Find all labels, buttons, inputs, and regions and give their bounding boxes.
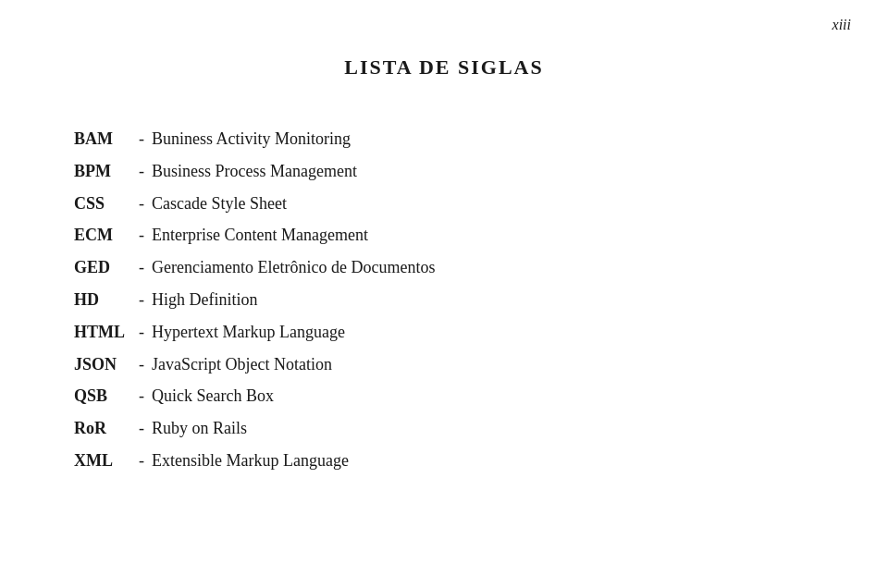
acronym-key: JSON — [74, 351, 139, 378]
acronym-dash: - — [139, 222, 144, 249]
acronym-dash: - — [139, 415, 144, 442]
acronym-definition: Cascade Style Sheet — [152, 190, 287, 217]
page-number: xiii — [832, 17, 851, 33]
acronym-key: HTML — [74, 319, 139, 346]
acronym-key: GED — [74, 254, 139, 281]
list-item: XML- Extensible Markup Language — [74, 447, 888, 474]
acronym-key: RoR — [74, 415, 139, 442]
acronym-definition: Gerenciamento Eletrônico de Documentos — [152, 254, 435, 281]
acronym-definition: JavaScript Object Notation — [152, 351, 332, 378]
page-title: LISTA DE SIGLAS — [0, 55, 888, 80]
acronym-definition: Hypertext Markup Language — [152, 319, 345, 346]
acronym-key: XML — [74, 447, 139, 474]
acronym-key: ECM — [74, 222, 139, 249]
acronym-dash: - — [139, 287, 144, 313]
list-item: QSB- Quick Search Box — [74, 383, 888, 410]
acronym-dash: - — [139, 351, 144, 378]
acronym-dash: - — [139, 383, 144, 410]
list-item: HTML- Hypertext Markup Language — [74, 319, 888, 346]
list-item: BAM- Buniness Activity Monitoring — [74, 126, 888, 153]
acronym-definition: Quick Search Box — [152, 383, 274, 410]
acronym-definition: Enterprise Content Management — [152, 222, 368, 249]
acronym-definition: Extensible Markup Language — [152, 447, 349, 474]
acronym-key: CSS — [74, 190, 139, 217]
acronym-definition: High Definition — [152, 287, 258, 313]
acronym-dash: - — [139, 158, 144, 185]
acronym-list: BAM- Buniness Activity MonitoringBPM- Bu… — [74, 126, 888, 474]
acronym-definition: Buniness Activity Monitoring — [152, 126, 351, 153]
list-item: ECM- Enterprise Content Management — [74, 222, 888, 249]
acronym-dash: - — [139, 254, 144, 281]
acronym-key: BAM — [74, 126, 139, 153]
acronym-dash: - — [139, 190, 144, 217]
list-item: BPM- Business Process Management — [74, 158, 888, 185]
acronym-key: BPM — [74, 158, 139, 185]
acronym-key: QSB — [74, 383, 139, 410]
list-item: RoR- Ruby on Rails — [74, 415, 888, 442]
list-item: GED- Gerenciamento Eletrônico de Documen… — [74, 254, 888, 281]
acronym-key: HD — [74, 287, 139, 313]
acronym-dash: - — [139, 447, 144, 474]
list-item: JSON- JavaScript Object Notation — [74, 351, 888, 378]
acronym-dash: - — [139, 126, 144, 153]
acronym-dash: - — [139, 319, 144, 346]
list-item: HD- High Definition — [74, 287, 888, 313]
acronym-definition: Ruby on Rails — [152, 415, 247, 442]
list-item: CSS- Cascade Style Sheet — [74, 190, 888, 217]
acronym-definition: Business Process Management — [152, 158, 357, 185]
